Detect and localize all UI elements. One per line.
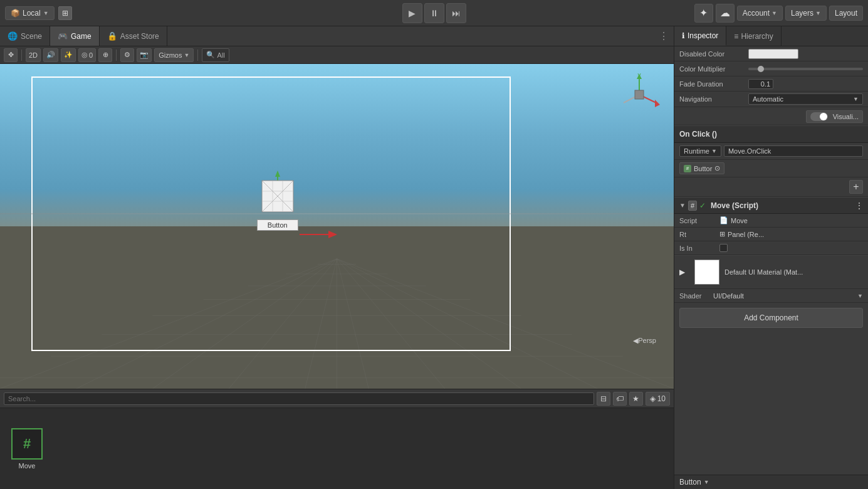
grid-button[interactable]: ⊞ (58, 6, 72, 20)
layout-button[interactable]: Layout (829, 6, 863, 21)
viewport-3d[interactable]: y ◀Persp (0, 64, 674, 389)
panel-icon: ⊞ (719, 230, 725, 238)
account-button[interactable]: Account ▼ (737, 6, 783, 21)
hand-tool[interactable]: ✥ (4, 48, 18, 62)
move-icon: ⊕ (103, 51, 108, 59)
asset-item-move[interactable]: # Move (5, 428, 49, 470)
tab-inspector[interactable]: ℹ Inspector (674, 26, 726, 46)
isin-checkbox[interactable] (719, 244, 728, 252)
onclick-obj-row: # Buttor ⊙ (674, 160, 868, 177)
inspector-content[interactable]: Disabled Color Color Multiplier Fade Dur… (674, 46, 868, 475)
button-tag-label: Button (679, 478, 701, 486)
ground-grid (0, 226, 674, 389)
layers-button[interactable]: Layers ▼ (785, 6, 827, 21)
eye-button[interactable]: ◎ 0 (78, 48, 96, 62)
script-controls: ⋮ (855, 201, 863, 210)
tab-scene[interactable]: 🌐 Scene (0, 26, 50, 46)
search-bar-top[interactable]: 🔍 All (202, 48, 229, 62)
search-input[interactable] (4, 392, 594, 405)
runtime-dropdown[interactable]: Runtime ▼ (679, 145, 721, 157)
audio-icon: 🔊 (46, 51, 55, 59)
play-controls: ▶ ⏸ ⏭ (402, 3, 466, 23)
mat-arrow-icon[interactable]: ▶ (679, 268, 689, 276)
material-preview[interactable] (694, 260, 719, 285)
grid-svg (0, 226, 674, 389)
asset-store-label: Asset Store (120, 32, 159, 41)
tools-button[interactable]: ⚙ (120, 48, 134, 62)
color-multiplier-row: Color Multiplier (674, 61, 868, 76)
script-field-label: Script (679, 217, 717, 224)
fade-duration-row: Fade Duration 0.1 (674, 76, 868, 92)
material-name: Default UI Material (Mat... (724, 268, 803, 276)
sun-icon: ✦ (699, 7, 708, 19)
camera-icon: 📷 (140, 51, 149, 59)
asset-icon-area: # Move (0, 408, 674, 489)
info-icon: ℹ (682, 31, 685, 40)
effects-button[interactable]: ✨ (61, 48, 76, 62)
account-label: Account (743, 9, 770, 18)
cube-icon: 📦 (11, 9, 20, 18)
fade-duration-input[interactable]: 0.1 (748, 79, 773, 89)
move-script-header[interactable]: ▼ # ✓ Move (Script) ⋮ (674, 197, 868, 214)
rt-ref: Panel (Re... (728, 231, 764, 238)
hand-icon: ✥ (8, 51, 14, 59)
add-component-label: Add Component (744, 313, 798, 322)
color-multiplier-slider[interactable] (748, 68, 863, 70)
filter-icon: ⊟ (600, 394, 607, 403)
play-icon: ▶ (409, 8, 416, 18)
move-script-label: Move (Script) (711, 201, 758, 210)
tag-button[interactable]: 🏷 (613, 392, 627, 406)
color-multiplier-label: Color Multiplier (679, 65, 748, 73)
onclick-header[interactable]: On Click () (674, 125, 868, 143)
navigation-label: Navigation (679, 95, 748, 103)
add-component-button[interactable]: Add Component (679, 308, 863, 328)
tab-hierarchy[interactable]: ≡ Hierarchy (726, 26, 781, 46)
add-event-button[interactable]: + (849, 180, 863, 194)
step-button[interactable]: ⏭ (446, 3, 466, 23)
gizmos-dropdown[interactable]: Gizmos ▼ (154, 48, 194, 62)
viewport-toolbar: ✥ 2D 🔊 ✨ ◎ 0 ⊕ ⚙ 📷 (0, 46, 674, 64)
onclick-runtime-row: Runtime ▼ Move.OnClick (674, 143, 868, 160)
transform-gizmo[interactable] (249, 168, 306, 224)
axis-gizmo-svg: y (617, 73, 661, 117)
navigation-dropdown[interactable]: Automatic ▼ (748, 93, 863, 105)
collapse-icon: ▼ (679, 202, 686, 209)
tab-game[interactable]: 🎮 Game (50, 26, 100, 46)
script-ref-value: 📄 Move (719, 216, 748, 224)
account-chevron-icon: ▼ (771, 10, 777, 16)
disabled-color-row: Disabled Color (674, 46, 868, 61)
color-multiplier-value (748, 68, 863, 70)
tab-asset-store[interactable]: 🔒 Asset Store (100, 26, 167, 46)
svg-line-17 (337, 259, 598, 389)
top-bar-right: ✦ ☁ Account ▼ Layers ▼ Layout (694, 4, 863, 23)
game-tab-label: Game (71, 32, 92, 41)
scene-tab-icon: 🌐 (8, 31, 18, 41)
bottom-bar: ⊟ 🏷 ★ ◈ 10 (0, 389, 674, 408)
gizmos-chevron-icon: ▼ (184, 52, 189, 58)
shader-value: UI/Default (713, 292, 855, 300)
isin-label: Is In (679, 244, 717, 252)
svg-line-12 (305, 259, 337, 389)
sun-button[interactable]: ✦ (694, 4, 713, 23)
disabled-color-swatch[interactable] (748, 49, 798, 59)
layers-chevron-icon: ▼ (815, 10, 821, 16)
cloud-button[interactable]: ☁ (716, 4, 735, 23)
script-obj-icon: # (684, 165, 691, 172)
camera-button[interactable]: 📷 (137, 48, 152, 62)
local-button[interactable]: 📦 Local ▼ (5, 6, 55, 20)
play-button[interactable]: ▶ (402, 3, 422, 23)
move-button[interactable]: ⊕ (98, 48, 112, 62)
audio-button[interactable]: 🔊 (43, 48, 58, 62)
visualize-button[interactable]: Visuali... (806, 110, 863, 123)
filter-icon-button[interactable]: ⊟ (597, 392, 610, 406)
nav-chevron-icon: ▼ (853, 96, 859, 102)
star-button[interactable]: ★ (629, 392, 643, 406)
pause-icon: ⏸ (430, 8, 439, 18)
tab-menu-icon[interactable]: ⋮ (654, 26, 674, 46)
script-menu-icon[interactable]: ⋮ (855, 201, 863, 210)
plus-icon: + (853, 181, 859, 192)
twod-button[interactable]: 2D (26, 48, 41, 62)
layout-label: Layout (835, 9, 857, 18)
pause-button[interactable]: ⏸ (424, 3, 444, 23)
visualize-toggle[interactable] (810, 112, 828, 121)
